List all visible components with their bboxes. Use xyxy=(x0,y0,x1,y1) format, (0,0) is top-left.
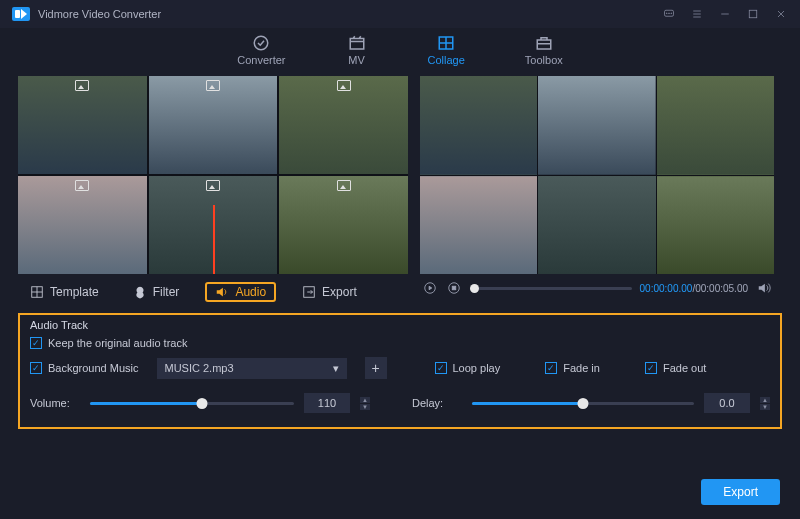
play-button[interactable] xyxy=(422,280,438,296)
delay-value[interactable]: 0.0 xyxy=(704,393,750,413)
keep-original-checkbox[interactable]: ✓ Keep the original audio track xyxy=(30,337,770,349)
svg-point-2 xyxy=(669,13,670,14)
panel-title: Audio Track xyxy=(30,319,770,331)
checkbox-icon: ✓ xyxy=(30,362,42,374)
checkbox-icon: ✓ xyxy=(30,337,42,349)
mute-button[interactable] xyxy=(756,280,772,296)
add-music-button[interactable]: + xyxy=(365,357,387,379)
tab-mv[interactable]: MV xyxy=(346,34,368,66)
feedback-icon[interactable] xyxy=(662,7,676,21)
chevron-down-icon: ▾ xyxy=(333,362,339,375)
svg-point-3 xyxy=(671,13,672,14)
delay-stepper[interactable]: ▲▼ xyxy=(760,397,770,410)
image-icon xyxy=(337,180,351,191)
tab-toolbox[interactable]: Toolbox xyxy=(525,34,563,66)
tab-converter[interactable]: Converter xyxy=(237,34,285,66)
stop-button[interactable] xyxy=(446,280,462,296)
preview-cell xyxy=(420,176,537,275)
minimize-button[interactable] xyxy=(718,7,732,21)
collage-cell[interactable] xyxy=(18,176,147,274)
subnav-export[interactable]: Export xyxy=(294,282,365,302)
main-tabs: Converter MV Collage Toolbox xyxy=(0,28,800,76)
background-music-checkbox[interactable]: ✓ Background Music xyxy=(30,362,139,374)
filter-icon xyxy=(133,285,147,299)
svg-point-1 xyxy=(666,13,667,14)
svg-rect-8 xyxy=(749,10,757,18)
fade-out-checkbox[interactable]: ✓ Fade out xyxy=(645,362,706,374)
subnav-filter[interactable]: Filter xyxy=(125,282,188,302)
checkbox-icon: ✓ xyxy=(435,362,447,374)
delay-label: Delay: xyxy=(412,397,462,409)
maximize-button[interactable] xyxy=(746,7,760,21)
collage-cell[interactable] xyxy=(149,176,278,274)
collage-cell[interactable] xyxy=(279,176,408,274)
background-music-select[interactable]: MUSIC 2.mp3 ▾ xyxy=(157,358,347,379)
app-title: Vidmore Video Converter xyxy=(38,8,161,20)
image-icon xyxy=(206,180,220,191)
tab-collage[interactable]: Collage xyxy=(428,34,465,66)
loop-play-checkbox[interactable]: ✓ Loop play xyxy=(435,362,501,374)
export-icon xyxy=(302,285,316,299)
volume-slider[interactable] xyxy=(90,402,294,405)
image-icon xyxy=(75,80,89,91)
template-icon xyxy=(30,285,44,299)
collage-icon xyxy=(435,34,457,52)
svg-point-11 xyxy=(255,36,269,50)
image-icon xyxy=(206,80,220,91)
collage-grid[interactable] xyxy=(18,76,408,274)
collage-cell[interactable] xyxy=(279,76,408,174)
volume-stepper[interactable]: ▲▼ xyxy=(360,397,370,410)
toolbox-icon xyxy=(533,34,555,52)
volume-label: Volume: xyxy=(30,397,80,409)
playback-bar: 00:00:00.00/00:00:05.00 xyxy=(420,274,774,302)
subnav-template[interactable]: Template xyxy=(22,282,107,302)
titlebar: Vidmore Video Converter xyxy=(0,0,800,28)
audio-icon xyxy=(215,285,229,299)
close-button[interactable] xyxy=(774,7,788,21)
preview-cell xyxy=(538,76,655,175)
preview-cell xyxy=(657,176,774,275)
preview-cell xyxy=(657,76,774,175)
menu-icon[interactable] xyxy=(690,7,704,21)
audio-track-panel: Audio Track ✓ Keep the original audio tr… xyxy=(18,313,782,429)
time-display: 00:00:00.00/00:00:05.00 xyxy=(640,283,748,294)
delay-slider[interactable] xyxy=(472,402,694,405)
svg-rect-23 xyxy=(452,286,456,290)
checkbox-icon: ✓ xyxy=(645,362,657,374)
collage-cell[interactable] xyxy=(149,76,278,174)
svg-rect-12 xyxy=(350,39,364,50)
fade-in-checkbox[interactable]: ✓ Fade in xyxy=(545,362,600,374)
collage-cell[interactable] xyxy=(18,76,147,174)
collage-editor: Template Filter Audio Export xyxy=(18,76,408,311)
collage-subnav: Template Filter Audio Export xyxy=(18,274,408,311)
app-logo-icon xyxy=(12,7,30,21)
export-button[interactable]: Export xyxy=(701,479,780,505)
image-icon xyxy=(75,180,89,191)
image-icon xyxy=(337,80,351,91)
volume-value[interactable]: 110 xyxy=(304,393,350,413)
preview-cell xyxy=(420,76,537,175)
preview-canvas xyxy=(420,76,774,274)
seek-slider[interactable] xyxy=(470,287,632,290)
subnav-audio[interactable]: Audio xyxy=(205,282,276,302)
preview-cell xyxy=(538,176,655,275)
mv-icon xyxy=(346,34,368,52)
converter-icon xyxy=(250,34,272,52)
checkbox-icon: ✓ xyxy=(545,362,557,374)
preview-pane: 00:00:00.00/00:00:05.00 xyxy=(420,76,774,311)
